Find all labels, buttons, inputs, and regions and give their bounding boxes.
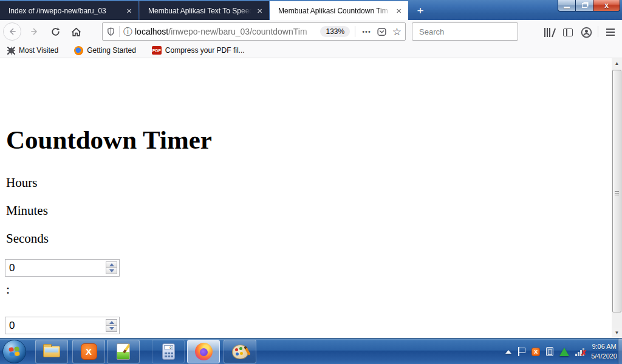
page-content: Countdown Timer Hours Minutes Seconds : … [0,58,612,338]
clock-time: 9:06 AM [591,342,617,352]
spinner-down-button[interactable] [106,325,117,331]
tab-close-icon[interactable]: × [125,6,134,15]
forward-icon [30,27,39,36]
bookmark-label: Getting Started [87,46,136,55]
bookmark-label: Compress your PDF fil... [165,46,245,55]
minimize-icon [564,7,570,8]
action-center-flag-icon[interactable] [518,347,525,356]
minutes-spinner [106,319,117,332]
minutes-label: Minutes [6,203,48,218]
time-separator: : [6,281,10,297]
hamburger-menu-button[interactable] [603,25,618,39]
tab-countdown-timer-active[interactable]: Membuat Aplikasi Countdown Tim × [270,1,408,20]
page-actions-icon[interactable]: ••• [362,28,371,35]
window-minimize-button[interactable] [558,0,576,12]
hours-spinner [106,261,117,274]
bookmark-compress-pdf[interactable]: PDF Compress your PDF fil... [152,46,245,55]
hours-input-wrap [5,259,120,277]
smadav-antivirus-icon[interactable] [559,348,569,356]
search-input[interactable] [419,27,526,36]
taskbar-clock[interactable]: 9:06 AM 5/4/2020 [591,342,617,362]
sidebar-icon [563,29,573,36]
library-button[interactable] [541,25,556,39]
tab-index-of-baru03[interactable]: Index of /inwepo-new/baru_03 × [0,1,138,20]
show-hidden-icons-button[interactable] [505,350,511,354]
restore-icon [582,3,587,8]
taskbar-calculator-button[interactable]: 0 [152,340,185,363]
tab-close-icon[interactable]: × [394,6,403,15]
home-button[interactable] [67,22,85,41]
taskbar-notepad-plus-plus-button[interactable] [107,340,140,363]
account-button[interactable] [578,25,594,39]
tab-title: Membuat Aplikasi Text To Speech [148,7,251,15]
system-tray: X ✗ 9:06 AM 5/4/2020 [505,339,617,364]
zoom-level-badge[interactable]: 133% [320,26,350,37]
taskbar-explorer-button[interactable] [35,340,68,363]
xampp-tray-icon[interactable]: X [531,348,540,356]
hours-input[interactable] [5,259,120,277]
screen: Index of /inwepo-new/baru_03 × Membuat A… [0,0,622,364]
scroll-down-button[interactable]: ▼ [612,328,622,338]
tab-title: Membuat Aplikasi Countdown Tim [278,7,391,15]
arrow-down-icon [109,269,114,272]
search-bar[interactable] [412,22,518,41]
spinner-up-button[interactable] [106,320,117,325]
toolbar-divider [598,26,598,37]
safely-remove-hardware-icon[interactable] [546,347,553,356]
taskbar-firefox-button-active[interactable] [187,340,220,363]
folder-icon [43,346,60,357]
start-button-orb[interactable] [2,340,26,363]
forward-button[interactable] [26,22,44,41]
show-desktop-button[interactable] [618,339,622,364]
scroll-up-button[interactable]: ▲ [612,58,622,69]
library-icon [544,28,553,37]
bookmark-star-icon[interactable]: ☆ [392,25,402,38]
urlbar-divider [119,26,120,37]
url-bar[interactable]: ⓘ localhost/inwepo-new/baru_03/countdown… [102,22,406,41]
window-restore-button[interactable] [575,0,593,12]
url-host: localhost [135,27,168,36]
tab-text-to-speech[interactable]: Membuat Aplikasi Text To Speech × [139,1,269,20]
home-icon [71,27,81,37]
spinner-down-button[interactable] [106,268,117,274]
taskbar-paint-button[interactable] [224,340,256,363]
url-path: /inwepo-new/baru_03/countdownTim [168,27,307,36]
account-icon [581,27,592,38]
minutes-input-wrap [5,317,120,334]
tracking-protection-shield-icon[interactable] [106,27,115,37]
new-tab-button[interactable]: + [412,3,428,19]
bookmark-most-visited[interactable]: Most Visited [7,46,58,55]
seconds-label: Seconds [6,231,49,246]
notepad-plus-plus-icon [117,343,130,360]
back-icon [7,27,17,36]
xampp-icon: X [81,343,97,360]
taskbar-xampp-button[interactable]: X [72,340,105,363]
url-text[interactable]: localhost/inwepo-new/baru_03/countdownTi… [135,27,319,36]
back-button[interactable] [3,22,21,41]
urlbar-divider [355,26,355,37]
tab-close-icon[interactable]: × [255,6,264,15]
windows-logo-icon [9,346,21,357]
bookmark-label: Most Visited [19,46,58,55]
reload-icon [50,27,61,37]
site-info-icon[interactable]: ⓘ [123,26,132,38]
navigation-toolbar: ⓘ localhost/inwepo-new/baru_03/countdown… [0,20,622,43]
windows-taskbar: X 0 X ✗ 9:06 AM 5/ [0,338,622,364]
window-titlebar: Index of /inwepo-new/baru_03 × Membuat A… [0,0,622,20]
pdf-icon: PDF [152,46,162,55]
scrollbar-thumb[interactable] [612,70,621,312]
pocket-icon[interactable] [377,27,387,37]
bookmark-getting-started[interactable]: Getting Started [74,46,136,55]
sidebar-button[interactable] [560,25,576,39]
window-close-button[interactable]: x [593,0,620,12]
hours-label: Hours [6,175,37,190]
network-x-badge: ✗ [581,349,587,357]
vertical-scrollbar[interactable]: ▲ ▼ [612,58,622,338]
menu-icon [606,29,615,30]
arrow-down-icon [109,327,114,330]
spinner-up-button[interactable] [106,262,117,268]
network-disconnected-icon[interactable]: ✗ [575,348,585,356]
reload-button[interactable] [46,22,64,41]
bookmarks-toolbar: Most Visited Getting Started PDF Compres… [0,43,622,58]
minutes-input[interactable] [5,317,120,334]
